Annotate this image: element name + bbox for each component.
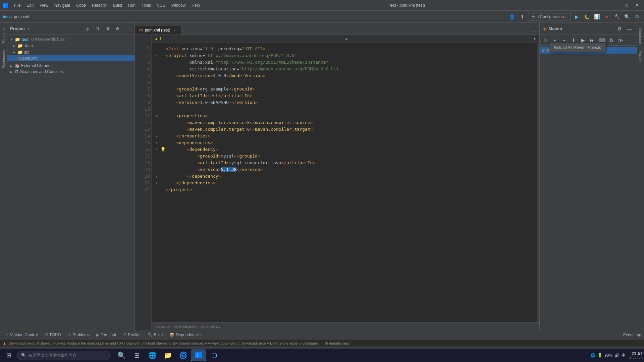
maven-more-button[interactable]: ≫ — [616, 36, 625, 45]
sidebar-tab-bookmarks[interactable]: Bookmarks — [1, 47, 7, 71]
fold-gutter-14[interactable]: ▲ — [156, 133, 160, 139]
editor-content[interactable]: 12345678910111213141516171819202122 ▲ 1 … — [135, 35, 539, 330]
tree-item-idea[interactable]: ▶ 📁 .idea — [7, 43, 135, 49]
sidebar-tab-database[interactable]: Database — [638, 25, 644, 47]
stop-button[interactable]: ■ — [602, 12, 611, 21]
code-line-2[interactable]: ▼<project xmlns="http://maven.apache.org… — [156, 52, 535, 59]
code-line-10[interactable] — [156, 106, 535, 113]
tree-label-test[interactable]: test — [21, 37, 29, 42]
expand-all-button[interactable]: ⊞ — [103, 24, 112, 33]
taskbar-chrome[interactable]: 🌀 — [176, 349, 191, 361]
close-project-panel-button[interactable]: — — [123, 24, 132, 33]
code-line-12[interactable]: <maven.compiler.source>8</maven.compiler… — [156, 119, 535, 126]
clock[interactable]: 21:57 2022/5/6 — [628, 351, 643, 360]
profile-button[interactable]: 👤 — [508, 12, 517, 21]
maven-reload-button[interactable]: ↻ — [541, 36, 550, 45]
code-line-1[interactable]: <?xml version="1.0" encoding="UTF-8"?> — [156, 46, 535, 52]
vcs-button[interactable]: ⬆ — [518, 12, 527, 21]
tool-version-control[interactable]: ⎇ Version Control — [3, 332, 39, 338]
menu-code[interactable]: Code — [73, 2, 89, 8]
fold-gutter-20[interactable]: ▲ — [156, 173, 160, 180]
taskbar-intellij[interactable]: I — [191, 349, 206, 361]
scroll-down-button[interactable]: ▼ — [533, 37, 537, 41]
start-button[interactable]: ⊞ — [1, 349, 16, 361]
settings-button[interactable]: ⚙ — [633, 12, 641, 21]
code-line-20[interactable]: ▲ </dependency> — [156, 173, 535, 180]
tool-problems[interactable]: ⚠ Problems — [66, 332, 91, 338]
fold-gutter-15[interactable]: ▼ — [156, 139, 160, 146]
debug-button[interactable]: 🐛 — [582, 12, 591, 21]
code-line-7[interactable]: <groupId>org.example</groupId> — [156, 86, 535, 93]
maven-collapse-button[interactable]: — — [625, 24, 634, 33]
fold-gutter-2[interactable]: ▼ — [156, 52, 160, 59]
project-dropdown-arrow[interactable]: ▾ — [28, 26, 30, 31]
locate-file-button[interactable]: ◎ — [83, 24, 92, 33]
code-line-17[interactable]: <groupId>mysql</groupId> — [156, 153, 535, 160]
taskbar-search[interactable]: 🔍 在这里输入你要搜索的内容 — [17, 351, 111, 360]
fold-gutter-21[interactable]: ▲ — [156, 180, 160, 186]
breadcrumb-file[interactable]: pom.xml — [14, 14, 29, 19]
code-line-18[interactable]: <artifactId>mysql-connector-java</artifa… — [156, 160, 535, 166]
menu-tools[interactable]: Tools — [139, 2, 154, 8]
code-line-15[interactable]: ▼ <dependencies> — [156, 139, 535, 146]
tree-label-scratches[interactable]: Scratches and Consoles — [20, 69, 64, 74]
project-tree[interactable]: ▼ 📁 test D:\000code\测试\test ▶ 📁 .idea ▶ … — [7, 35, 135, 330]
menu-file[interactable]: File — [11, 2, 23, 8]
code-line-5[interactable]: <modelVersion>4.0.0</modelVersion> — [156, 72, 535, 79]
tree-label-src[interactable]: src — [24, 50, 30, 55]
code-line-22[interactable]: </project> — [156, 186, 535, 193]
tree-label-extlibs[interactable]: External Libraries — [21, 63, 52, 68]
tree-item-src[interactable]: ▶ 📁 src — [7, 49, 135, 55]
code-line-13[interactable]: <maven.compiler.target>8</maven.compiler… — [156, 126, 535, 133]
run-with-coverage-button[interactable]: 📊 — [592, 12, 601, 21]
fold-gutter-16[interactable]: ▼ — [156, 146, 160, 153]
minimize-button[interactable]: — — [612, 2, 621, 9]
code-line-9[interactable]: <version>1.0-SNAPSHOT</version> — [156, 99, 535, 106]
code-line-11[interactable]: ▼ <properties> — [156, 113, 535, 119]
tool-todo[interactable]: ☑ TODO — [43, 332, 62, 338]
code-line-4[interactable]: xsi:schemaLocation="http://maven.apache.… — [156, 66, 535, 72]
code-line-19[interactable]: <version>5.1.38</version> — [156, 166, 535, 173]
run-button[interactable]: ▶ — [572, 12, 581, 21]
maven-settings-button[interactable]: ⚙ — [615, 24, 624, 33]
project-settings-button[interactable]: ⚙ — [113, 24, 122, 33]
taskbar-cortana[interactable]: 🔍 — [114, 349, 129, 361]
taskbar-task-view[interactable]: ⊞ — [129, 349, 144, 361]
taskbar-file-explorer[interactable]: 📁 — [160, 349, 175, 361]
tab-close-button[interactable]: × — [172, 28, 177, 33]
sidebar-tab-maven[interactable]: Maven — [638, 48, 644, 64]
tree-item-root[interactable]: ▼ 📁 test D:\000code\测试\test — [7, 36, 135, 43]
taskbar-vscode[interactable]: ⬡ — [207, 349, 221, 361]
menu-help[interactable]: Help — [189, 2, 203, 8]
add-configuration-button[interactable]: Add Configuration... — [528, 13, 571, 20]
breadcrumb-project[interactable]: test — [3, 14, 10, 19]
close-button[interactable]: ✕ — [632, 2, 641, 9]
collapse-all-button[interactable]: ⊟ — [93, 24, 102, 33]
warning-indicator[interactable]: ▲ 1 — [154, 37, 162, 41]
scroll-up-button[interactable]: ▲ — [344, 37, 348, 41]
menu-vcs[interactable]: VCS — [154, 2, 168, 8]
hint-gutter-16[interactable]: 💡 — [160, 146, 166, 153]
event-log[interactable]: Event Log — [623, 333, 641, 337]
menu-edit[interactable]: Edit — [24, 2, 36, 8]
menu-build[interactable]: Build — [110, 2, 125, 8]
tree-item-scratches[interactable]: ▶ 🗒 Scratches and Consoles — [7, 69, 135, 75]
fold-gutter-11[interactable]: ▼ — [156, 113, 160, 119]
code-line-16[interactable]: ▼💡 <dependency> — [156, 146, 535, 153]
menu-navigate[interactable]: Navigate — [52, 2, 73, 8]
search-everywhere-button[interactable]: 🔍 — [623, 12, 631, 21]
code-area[interactable]: <?xml version="1.0" encoding="UTF-8"?>▼<… — [152, 43, 539, 322]
tree-item-external-libs[interactable]: ▶ 📚 External Libraries — [7, 63, 135, 69]
maximize-button[interactable]: □ — [622, 2, 631, 9]
tree-label-pom[interactable]: pom.xml — [22, 56, 38, 61]
build-button[interactable]: 🔨 — [612, 12, 621, 21]
menu-window[interactable]: Window — [169, 2, 189, 8]
code-line-6[interactable] — [156, 79, 535, 86]
sidebar-tab-structure[interactable]: Structure — [1, 25, 7, 46]
maven-lifecycle-button[interactable]: ♻ — [607, 36, 615, 45]
menu-view[interactable]: View — [37, 2, 51, 8]
code-line-14[interactable]: ▲ </properties> — [156, 133, 535, 139]
menu-refactor[interactable]: Refactor — [89, 2, 110, 8]
code-line-3[interactable]: xmlns:xsi="http://www.w3.org/2001/XMLSch… — [156, 59, 535, 66]
tree-label-idea[interactable]: .idea — [24, 44, 33, 48]
